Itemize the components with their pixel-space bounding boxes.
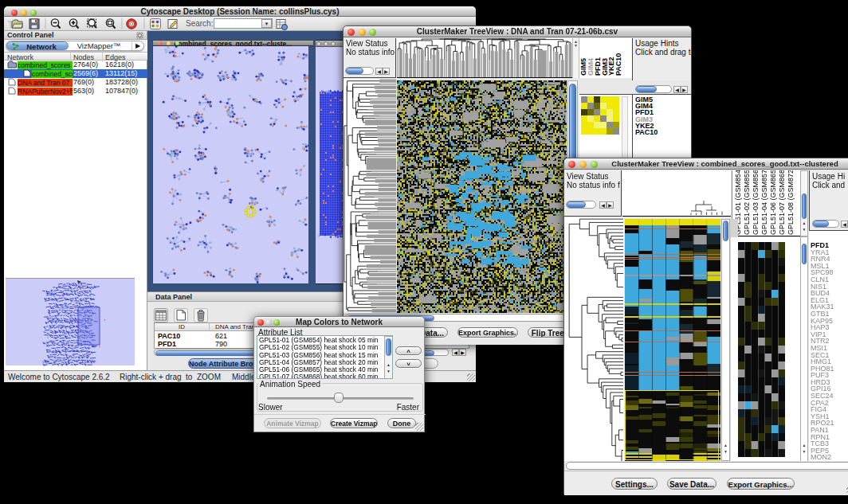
svg-text:Search:: Search: (186, 19, 213, 28)
